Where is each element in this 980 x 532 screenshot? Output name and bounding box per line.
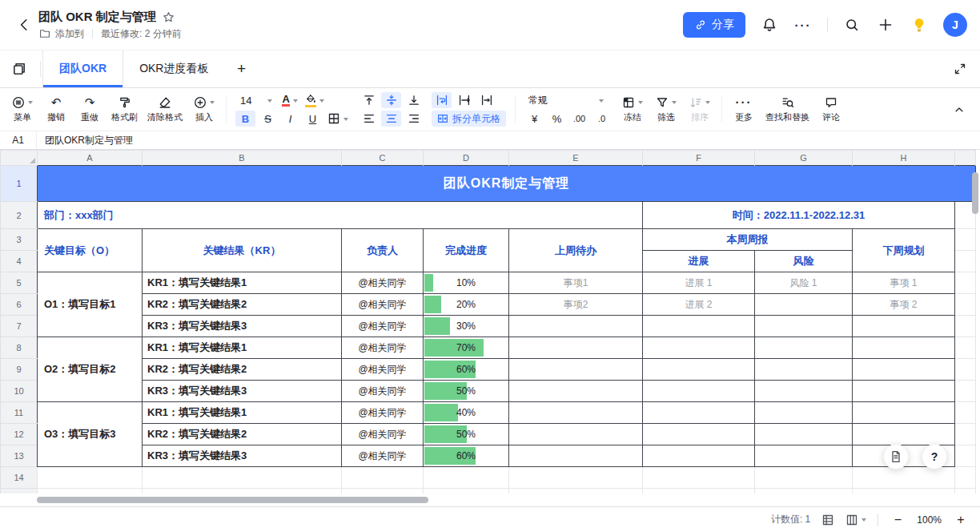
- cell[interactable]: 上周待办: [509, 229, 643, 272]
- cell[interactable]: 关键结果（KR）: [143, 229, 342, 272]
- strikethrough-button[interactable]: S: [258, 111, 278, 127]
- cell[interactable]: KR1：填写关键结果1: [143, 337, 342, 359]
- more-options-button[interactable]: ···: [793, 15, 813, 34]
- vertical-scrollbar-thumb[interactable]: [972, 172, 978, 214]
- cell[interactable]: 10%: [424, 272, 509, 294]
- format-painter-button[interactable]: 格式刷: [107, 91, 142, 128]
- cell[interactable]: 关键目标（O）: [38, 229, 143, 272]
- cell[interactable]: [643, 467, 755, 489]
- cell[interactable]: @相关同学: [342, 316, 424, 337]
- horizontal-scrollbar[interactable]: [0, 494, 980, 506]
- borders-button[interactable]: [325, 111, 351, 127]
- cell[interactable]: @相关同学: [342, 294, 424, 316]
- overflow-text-button[interactable]: [454, 92, 474, 108]
- horizontal-scrollbar-thumb[interactable]: [37, 497, 428, 503]
- cell[interactable]: 40%: [424, 402, 509, 424]
- cell[interactable]: @相关同学: [342, 359, 424, 381]
- halign-center-button[interactable]: [381, 111, 401, 127]
- cell[interactable]: [755, 294, 853, 316]
- split-cells-button[interactable]: 拆分单元格: [432, 111, 506, 127]
- new-document-button[interactable]: [876, 15, 895, 34]
- cell[interactable]: 50%: [424, 381, 509, 402]
- row-header-12[interactable]: 12: [1, 424, 38, 445]
- cell[interactable]: 事项1: [509, 272, 643, 294]
- cell[interactable]: @相关同学: [342, 381, 424, 402]
- cell[interactable]: KR3：填写关键结果3: [143, 445, 342, 467]
- cell[interactable]: [643, 359, 755, 381]
- increase-decimal-button[interactable]: .0: [592, 111, 612, 127]
- add-sheet-button[interactable]: +: [224, 50, 258, 87]
- cell[interactable]: 60%: [424, 359, 509, 381]
- assistant-button[interactable]: [910, 15, 929, 34]
- cell[interactable]: KR2：填写关键结果2: [143, 359, 342, 381]
- help-button[interactable]: ?: [922, 444, 947, 470]
- cell[interactable]: KR1：填写关键结果1: [143, 402, 342, 424]
- column-header-B[interactable]: B: [143, 151, 342, 166]
- formula-input[interactable]: 团队OKR制定与管理: [37, 134, 133, 147]
- search-button[interactable]: [842, 15, 862, 34]
- cell[interactable]: [38, 467, 143, 489]
- star-icon[interactable]: [163, 11, 175, 23]
- cell[interactable]: [643, 337, 755, 359]
- collapse-toolbar-button[interactable]: [945, 95, 974, 124]
- row-header-2[interactable]: 2: [1, 202, 38, 229]
- column-header-F[interactable]: F: [643, 151, 755, 166]
- cell[interactable]: KR2：填写关键结果2: [143, 294, 342, 316]
- column-header-A[interactable]: A: [38, 151, 143, 166]
- cell[interactable]: 50%: [424, 424, 509, 445]
- cell[interactable]: @相关同学: [342, 445, 424, 467]
- cell[interactable]: 30%: [424, 316, 509, 337]
- vertical-scrollbar[interactable]: [971, 151, 979, 491]
- cell[interactable]: [853, 381, 955, 402]
- valign-top-button[interactable]: [359, 92, 379, 108]
- menu-button[interactable]: 菜单: [6, 91, 38, 128]
- cell[interactable]: 事项 1: [853, 272, 955, 294]
- percent-format-button[interactable]: %: [547, 111, 567, 127]
- cell[interactable]: 事项 2: [853, 294, 955, 316]
- cell[interactable]: [643, 424, 755, 445]
- insert-button[interactable]: 插入: [188, 91, 220, 128]
- cell[interactable]: 负责人: [342, 229, 424, 272]
- cell[interactable]: 本周周报: [643, 229, 853, 251]
- column-header-E[interactable]: E: [509, 151, 643, 166]
- font-size-select[interactable]: 14: [235, 92, 277, 108]
- row-header-4[interactable]: 4: [1, 251, 38, 272]
- cell[interactable]: [643, 316, 755, 337]
- board-view-button[interactable]: [845, 514, 866, 526]
- cell[interactable]: [509, 402, 643, 424]
- cell[interactable]: [755, 424, 853, 445]
- row-header-11[interactable]: 11: [1, 402, 38, 424]
- zoom-out-button[interactable]: −: [890, 513, 906, 527]
- avatar[interactable]: J: [943, 13, 967, 37]
- bold-button[interactable]: B: [235, 111, 255, 127]
- cell[interactable]: O2：填写目标2: [38, 337, 143, 402]
- cell[interactable]: [755, 445, 853, 467]
- row-header-6[interactable]: 6: [1, 294, 38, 316]
- cell[interactable]: [509, 316, 643, 337]
- cell[interactable]: @相关同学: [342, 272, 424, 294]
- cell[interactable]: 风险 1: [755, 272, 853, 294]
- halign-right-button[interactable]: [404, 111, 424, 127]
- cell[interactable]: 风险: [755, 251, 853, 272]
- zoom-level[interactable]: 100%: [917, 514, 942, 526]
- number-format-select[interactable]: 常规: [524, 92, 608, 108]
- comment-button[interactable]: 评论: [815, 91, 847, 128]
- text-color-button[interactable]: A: [279, 92, 299, 108]
- decrease-decimal-button[interactable]: .00: [569, 111, 589, 127]
- clip-text-button[interactable]: [476, 92, 496, 108]
- cell[interactable]: [853, 359, 955, 381]
- cell[interactable]: O3：填写目标3: [38, 402, 143, 467]
- select-all-corner[interactable]: [1, 151, 38, 166]
- row-header-5[interactable]: 5: [1, 272, 38, 294]
- cell[interactable]: [643, 402, 755, 424]
- cell[interactable]: 70%: [424, 337, 509, 359]
- share-button[interactable]: 分享: [683, 12, 745, 38]
- cell[interactable]: 时间：2022.11.1-2022.12.31: [643, 202, 955, 229]
- zoom-in-button[interactable]: +: [953, 513, 969, 527]
- sort-button[interactable]: 排序: [684, 91, 716, 128]
- freeze-button[interactable]: 冻结: [617, 91, 649, 128]
- fullscreen-button[interactable]: [940, 50, 980, 87]
- sheet-list-button[interactable]: [0, 50, 38, 87]
- cell[interactable]: [509, 467, 643, 489]
- cell[interactable]: KR3：填写关键结果3: [143, 381, 342, 402]
